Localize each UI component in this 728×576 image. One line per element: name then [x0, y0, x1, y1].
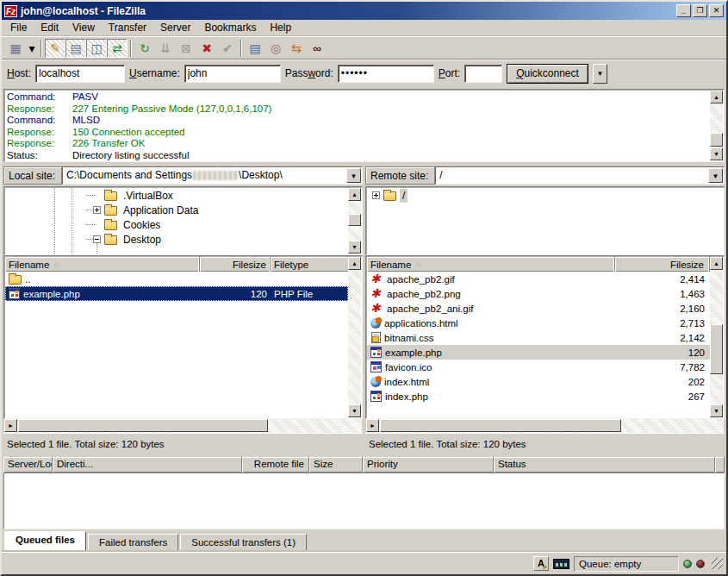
close-button[interactable]: ✕ — [709, 4, 724, 17]
table-row[interactable]: index.php 267 — [367, 389, 710, 404]
synchronized-browsing-button[interactable]: ⇆ — [286, 39, 307, 58]
queue-body[interactable] — [3, 473, 725, 529]
scroll-down-icon[interactable]: ▼ — [710, 147, 723, 160]
tree-item[interactable]: / — [367, 188, 723, 203]
scrollbar-thumb[interactable] — [18, 419, 268, 432]
table-row[interactable]: apache_pb2_ani.gif 2,160 — [367, 301, 710, 316]
remote-site-combo[interactable]: / ▼ — [435, 166, 725, 185]
remote-list-scrollbar[interactable]: ▲ ▼ — [710, 257, 723, 417]
menu-item[interactable]: File — [3, 20, 34, 35]
column-header-filetype[interactable]: Filetype — [271, 257, 348, 272]
toggle-remote-tree-button[interactable]: ◫ — [86, 39, 107, 58]
username-input[interactable] — [184, 65, 281, 83]
scroll-up-icon[interactable]: ▲ — [710, 257, 723, 270]
reconnect-button[interactable]: ✔ — [217, 39, 238, 58]
local-list-header: Filename▲ Filesize Filetype L — [5, 257, 348, 272]
tree-item[interactable]: .VirtualBox — [5, 188, 348, 203]
toggle-local-tree-button[interactable]: ▤ — [65, 39, 86, 58]
scroll-down-icon[interactable]: ▼ — [348, 241, 361, 254]
toolbar-separator[interactable] — [130, 40, 132, 57]
directory-comparison-button[interactable]: ◎ — [265, 39, 286, 58]
resize-grip[interactable] — [712, 558, 723, 569]
data-type-indicator-icon[interactable]: A — [533, 556, 549, 571]
toolbar-separator[interactable] — [40, 40, 42, 57]
local-site-combo[interactable]: C:\Documents and Settings\Desktop\ ▼ — [62, 166, 363, 185]
queue-tab[interactable]: Queued files — [4, 531, 86, 551]
password-input[interactable] — [338, 65, 434, 83]
tree-item[interactable]: Desktop — [5, 232, 348, 247]
maximize-button[interactable]: ❐ — [693, 4, 707, 17]
table-row[interactable]: index.html 202 — [367, 374, 710, 389]
scroll-down-icon[interactable]: ▼ — [710, 404, 723, 417]
expander-icon[interactable] — [372, 191, 380, 199]
queue-tab[interactable]: Successful transfers (1) — [180, 534, 307, 551]
filter-button[interactable]: ▤ — [245, 39, 265, 58]
queue-column-header[interactable]: Status — [494, 457, 715, 473]
port-input[interactable] — [464, 65, 502, 83]
local-hscrollbar[interactable]: ◄ ► — [4, 419, 362, 433]
cancel-operation-button[interactable]: ⊠ — [176, 39, 196, 58]
encryption-indicator-icon[interactable] — [553, 559, 569, 569]
scrollbar-thumb[interactable] — [380, 419, 621, 432]
menu-item[interactable]: View — [65, 20, 102, 35]
scrollbar-thumb[interactable] — [710, 133, 723, 147]
scrollbar-thumb[interactable] — [710, 324, 723, 374]
scroll-right-icon[interactable]: ► — [4, 419, 17, 432]
chevron-down-icon[interactable]: ▼ — [708, 168, 723, 183]
queue-column-header[interactable]: Directi... — [53, 457, 242, 473]
host-input[interactable] — [35, 65, 125, 83]
local-tree-scrollbar[interactable]: ▲ ▼ — [348, 188, 361, 254]
refresh-button[interactable]: ↻ — [134, 39, 155, 58]
chevron-down-icon[interactable]: ▼ — [346, 168, 361, 183]
menu-item[interactable]: Edit — [34, 20, 65, 35]
table-row[interactable]: example.php 120 PHP File 1 — [5, 286, 348, 301]
toolbar-separator[interactable] — [240, 40, 242, 57]
menu-item[interactable]: Server — [153, 20, 197, 35]
disconnect-button[interactable]: ✖ — [196, 39, 217, 58]
scroll-up-icon[interactable]: ▲ — [348, 257, 361, 270]
quickconnect-button[interactable]: Quickconnect — [507, 64, 588, 84]
scroll-right-icon[interactable]: ► — [366, 419, 379, 432]
queue-tab[interactable]: Failed transfers — [88, 534, 178, 551]
redacted-username — [193, 171, 238, 180]
queue-status-text: Queue: empty — [574, 556, 679, 572]
table-row[interactable]: .. — [5, 272, 348, 286]
minimize-button[interactable]: _ — [676, 4, 691, 17]
table-row[interactable]: bitnami.css 2,142 — [367, 330, 710, 345]
site-manager-button[interactable]: ▦ — [5, 39, 26, 58]
column-header-filesize[interactable]: Filesize — [615, 257, 710, 272]
queue-column-header[interactable] — [715, 457, 725, 473]
expander-icon[interactable] — [93, 235, 101, 243]
menu-item[interactable]: Bookmarks — [197, 20, 263, 35]
expander-icon[interactable] — [93, 206, 101, 214]
process-queue-button[interactable]: ⇊ — [155, 39, 176, 58]
toggle-message-log-button[interactable]: ✎ — [45, 39, 65, 58]
column-header-filename[interactable]: Filename▲ — [5, 257, 200, 272]
queue-column-header[interactable]: Priority — [363, 457, 494, 473]
quickconnect-dropdown[interactable]: ▼ — [593, 64, 607, 84]
scrollbar-thumb[interactable] — [348, 214, 361, 226]
table-row[interactable]: applications.html 2,713 — [367, 316, 710, 330]
table-row[interactable]: apache_pb2.png 1,463 — [367, 286, 710, 301]
column-header-filename[interactable]: Filename▲ — [367, 257, 615, 272]
scroll-up-icon[interactable]: ▲ — [710, 91, 723, 103]
column-header-filesize[interactable]: Filesize — [200, 257, 271, 272]
log-scrollbar[interactable]: ▲ ▼ — [710, 91, 723, 160]
find-files-button[interactable]: ∞ — [307, 39, 327, 58]
queue-column-header[interactable]: Server/Local file — [3, 457, 53, 473]
table-row[interactable]: apache_pb2.gif 2,414 — [367, 272, 710, 286]
scroll-up-icon[interactable]: ▲ — [348, 188, 361, 201]
site-manager-dropdown[interactable]: ▾ — [26, 39, 38, 58]
tree-item[interactable]: Cookies — [5, 217, 348, 232]
scroll-down-icon[interactable]: ▼ — [348, 404, 361, 417]
queue-column-header[interactable]: Remote file — [242, 457, 309, 473]
remote-hscrollbar[interactable]: ◄ ► — [366, 419, 724, 433]
table-row[interactable]: favicon.ico 7,782 — [367, 360, 710, 374]
menu-item[interactable]: Transfer — [102, 20, 153, 35]
menu-item[interactable]: Help — [263, 20, 298, 35]
local-list-scrollbar[interactable]: ▲ ▼ — [348, 257, 361, 417]
tree-item[interactable]: Application Data — [5, 203, 348, 217]
table-row[interactable]: example.php 120 — [367, 345, 710, 360]
toggle-queue-button[interactable]: ⇄ — [107, 39, 128, 58]
queue-column-header[interactable]: Size — [309, 457, 363, 473]
